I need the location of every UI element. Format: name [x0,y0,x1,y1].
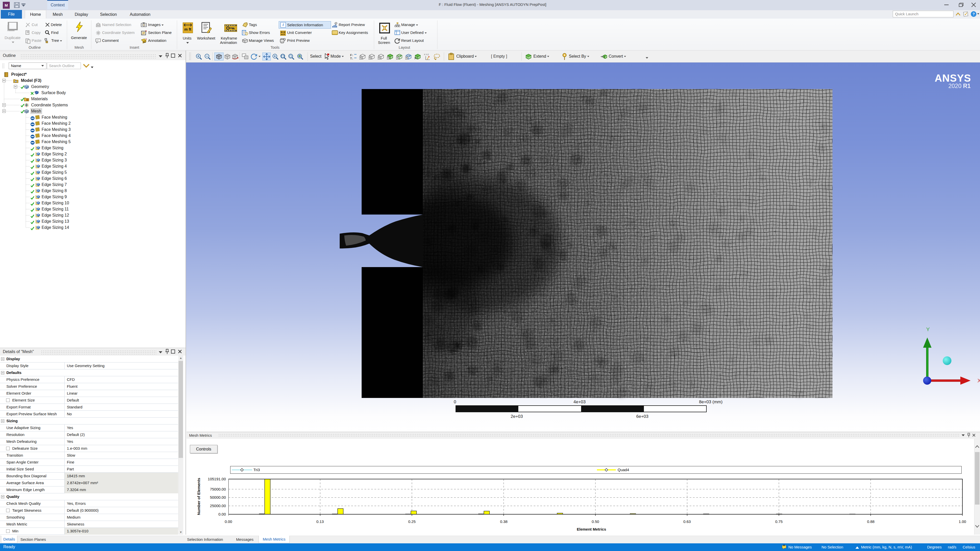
svg-text:Y: Y [926,326,930,332]
svg-text:X: X [977,378,980,383]
